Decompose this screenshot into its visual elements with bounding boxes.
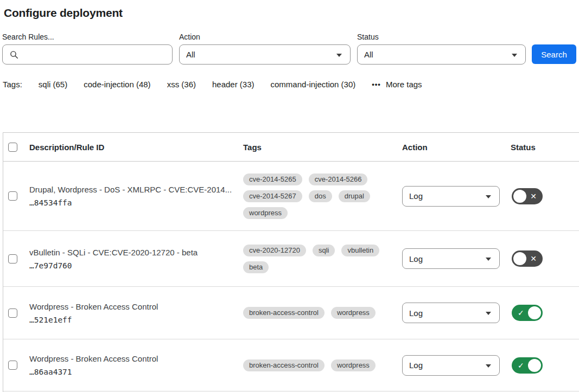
status-filter-select[interactable]: All — [357, 44, 526, 65]
tag-pill: cve-2014-5265 — [243, 173, 302, 185]
toggle-knob — [513, 252, 526, 265]
select-all-checkbox[interactable] — [8, 143, 17, 152]
toggle-glyph-icon: ✓ — [518, 309, 524, 317]
rule-id: …84534ffa — [29, 198, 236, 207]
tag-filter-command-injection[interactable]: command-injection (30) — [271, 80, 356, 89]
rule-id: …86aa4371 — [29, 368, 236, 376]
tag-pill: beta — [243, 261, 269, 273]
tag-pill: broken-access-control — [243, 307, 325, 319]
column-header-description: Description/Rule ID — [29, 143, 243, 152]
tag-pill: broken-access-control — [243, 359, 325, 371]
toggle-knob — [528, 359, 541, 372]
toggle-knob — [513, 190, 526, 203]
row-action-select[interactable]: Log — [402, 248, 500, 269]
rule-tags: broken-access-controlwordpress — [243, 307, 402, 319]
rule-description: Wordpress - Broken Access Control — [29, 354, 236, 363]
tag-pill: wordpress — [331, 359, 376, 371]
row-action-select-wrap: Log — [402, 248, 500, 269]
tag-pill: wordpress — [331, 307, 376, 319]
page-title: Configure deployment — [4, 7, 123, 20]
action-filter-label: Action — [179, 33, 351, 41]
tag-filter-sqli[interactable]: sqli (65) — [39, 80, 67, 89]
row-checkbox[interactable] — [8, 361, 17, 370]
toggle-glyph-icon: ✓ — [518, 362, 524, 369]
tag-pill: wordpress — [243, 207, 288, 219]
table-row: Wordpress - Broken Access Control …521e1… — [3, 287, 579, 339]
tag-pill: drupal — [339, 190, 370, 202]
action-filter-select[interactable]: All — [179, 44, 351, 65]
row-checkbox[interactable] — [8, 191, 17, 201]
tag-filter-code-injection[interactable]: code-injection (48) — [84, 80, 150, 89]
table-row: Wordpress - Broken Access Control …86aa4… — [3, 339, 579, 391]
tag-pill: sqli — [313, 245, 335, 256]
rule-id: …7e97d760 — [29, 261, 236, 270]
column-header-tags: Tags — [243, 143, 402, 152]
rule-description: Drupal, Wordpress - DoS - XMLRPC - CVE:C… — [29, 185, 236, 194]
tags-bar: Tags: sqli (65) code-injection (48) xss … — [3, 80, 422, 89]
row-checkbox[interactable] — [8, 254, 17, 264]
toggle-glyph-icon: ✕ — [530, 192, 537, 200]
search-button[interactable]: Search — [532, 44, 576, 64]
row-action-select-wrap: Log — [402, 303, 500, 323]
ellipsis-icon: ••• — [372, 81, 381, 88]
more-tags-label: More tags — [386, 80, 422, 89]
status-toggle[interactable]: ✕ — [512, 250, 543, 267]
filter-bar: Search Rules... Action All Status All — [2, 33, 577, 65]
tag-pill: cve-2020-12720 — [243, 245, 306, 256]
status-toggle[interactable]: ✓ — [512, 357, 543, 374]
rule-tags: cve-2020-12720sqlivbulletinbeta — [243, 245, 402, 273]
status-filter-label: Status — [357, 33, 526, 41]
status-filter-select-wrap: All — [357, 44, 526, 65]
tag-filter-xss[interactable]: xss (36) — [167, 80, 196, 89]
tag-pill: cve-2014-5267 — [243, 190, 302, 202]
row-action-select-wrap: Log — [402, 186, 500, 207]
toggle-knob — [528, 306, 541, 319]
rule-tags: broken-access-controlwordpress — [243, 359, 402, 371]
rule-id: …521e1eff — [29, 316, 236, 324]
row-action-select[interactable]: Log — [402, 186, 500, 207]
row-checkbox[interactable] — [8, 309, 17, 318]
search-icon — [10, 50, 18, 59]
row-action-select-wrap: Log — [402, 355, 500, 376]
table-body: Drupal, Wordpress - DoS - XMLRPC - CVE:C… — [3, 162, 579, 391]
toggle-glyph-icon: ✕ — [530, 255, 537, 262]
rule-tags: cve-2014-5265cve-2014-5266cve-2014-5267d… — [243, 173, 402, 219]
tag-filter-header[interactable]: header (33) — [212, 80, 254, 89]
column-header-status: Status — [511, 143, 579, 152]
column-header-action: Action — [402, 143, 511, 152]
status-toggle[interactable]: ✕ — [512, 188, 543, 204]
more-tags-button[interactable]: ••• More tags — [372, 80, 422, 89]
tag-pill: dos — [309, 190, 332, 202]
search-rules-input[interactable] — [2, 44, 173, 65]
rule-description: vBulletin - SQLi - CVE:CVE-2020-12720 - … — [29, 248, 236, 257]
table-header-row: Description/Rule ID Tags Action Status — [3, 133, 579, 162]
action-filter-select-wrap: All — [179, 44, 351, 65]
tag-pill: vbulletin — [341, 245, 379, 256]
table-row: Drupal, Wordpress - DoS - XMLRPC - CVE:C… — [3, 162, 579, 231]
status-toggle[interactable]: ✓ — [512, 305, 543, 321]
table-row: vBulletin - SQLi - CVE:CVE-2020-12720 - … — [3, 231, 579, 287]
configure-deployment-page: Configure deployment Search Rules... Act… — [0, 0, 579, 392]
search-rules-label: Search Rules... — [2, 33, 173, 41]
row-action-select[interactable]: Log — [402, 355, 500, 376]
tag-pill: cve-2014-5266 — [309, 173, 368, 185]
row-action-select[interactable]: Log — [402, 303, 500, 323]
rules-table: Description/Rule ID Tags Action Status D… — [3, 132, 579, 392]
tags-bar-label: Tags: — [3, 80, 22, 89]
rule-description: Wordpress - Broken Access Control — [29, 302, 236, 311]
